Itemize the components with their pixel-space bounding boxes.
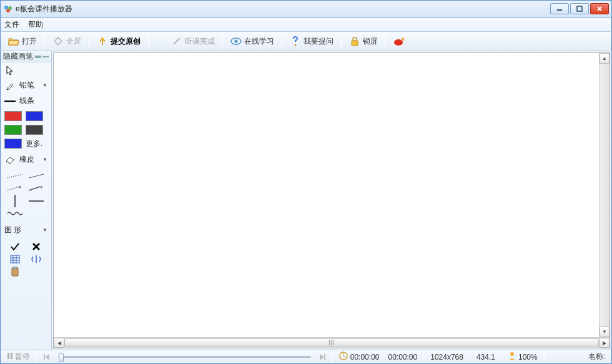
name-field: 名称:	[585, 352, 609, 362]
time-readout: 00:00:00 00:00:00	[335, 352, 421, 362]
swatch-black[interactable]	[26, 125, 43, 135]
flip-tool[interactable]	[26, 253, 47, 265]
online-learning-label: 在线学习	[244, 36, 274, 47]
ask-question-label: 我要提问	[304, 36, 333, 47]
upload-icon	[97, 36, 108, 47]
svg-point-30	[510, 352, 514, 356]
svg-rect-18	[11, 255, 19, 263]
lesson-done-button[interactable]: 听课完成	[167, 34, 219, 49]
total-time: 00:00:00	[388, 353, 417, 362]
pause-icon	[7, 352, 13, 362]
toolbar-separator	[89, 34, 89, 48]
canvas-row: ▲ ▼	[54, 53, 610, 337]
toolbar-separator	[222, 34, 223, 48]
pencil-tool[interactable]: 铅笔 ▼	[4, 80, 47, 91]
svg-rect-3	[557, 9, 562, 11]
line-arrow-dot[interactable]	[4, 182, 26, 195]
horizontal-scrollbar[interactable]: ◀ ▶	[54, 337, 610, 348]
resolution-value: 1024x768	[430, 353, 463, 362]
toolbar-separator	[44, 34, 45, 48]
playback-slider[interactable]	[54, 353, 315, 362]
menu-help[interactable]: 帮助	[28, 19, 43, 30]
svg-rect-26	[11, 353, 12, 359]
line-tool[interactable]: 线条	[4, 96, 47, 106]
swatch-blue2[interactable]	[4, 139, 22, 149]
ask-question-button[interactable]: 我要提问	[286, 34, 337, 49]
vscroll-track[interactable]	[600, 64, 610, 327]
pause-button[interactable]: 暂停	[3, 350, 34, 363]
chevron-down-icon: ▼	[42, 157, 47, 162]
scroll-down-icon[interactable]: ▼	[600, 327, 610, 337]
open-button[interactable]: 打开	[4, 34, 41, 49]
sidebar-header-label: 隐藏画笔	[3, 51, 33, 62]
weibo-button[interactable]	[390, 34, 408, 49]
menu-file[interactable]: 文件	[4, 19, 19, 30]
current-time: 00:00:00	[350, 353, 380, 362]
line-dotted[interactable]	[4, 170, 26, 182]
vertical-scrollbar[interactable]: ▲ ▼	[599, 53, 610, 337]
main-toolbar: 打开 全屏 提交原创 听课完成 在线学习 我要提问 锁屏	[0, 31, 612, 51]
lock-screen-label: 锁屏	[363, 36, 378, 47]
window-title: e板会课件播放器	[16, 4, 550, 14]
fullscreen-button[interactable]: 全屏	[49, 34, 85, 49]
lock-screen-button[interactable]: 锁屏	[345, 34, 382, 49]
hscroll-track[interactable]	[64, 338, 599, 348]
close-button[interactable]	[590, 3, 609, 14]
status-separator	[36, 352, 37, 363]
chevron-down-icon: ▼	[42, 227, 47, 233]
line-wave[interactable]	[4, 207, 26, 220]
lesson-done-label: 听课完成	[185, 36, 215, 47]
app-icon	[3, 4, 13, 14]
minimize-button[interactable]	[550, 3, 569, 14]
hscroll-thumb[interactable]	[64, 338, 599, 347]
zoom-readout: 100%	[505, 352, 541, 362]
weibo-icon	[393, 36, 405, 47]
sidebar-header[interactable]: 隐藏画笔	[1, 51, 51, 62]
status-separator	[470, 352, 470, 363]
scroll-right-icon[interactable]: ▶	[599, 338, 610, 348]
svg-point-7	[235, 40, 238, 43]
scroll-left-icon[interactable]: ◀	[54, 338, 64, 348]
name-label: 名称:	[588, 352, 605, 362]
line-icon	[4, 97, 16, 106]
swatch-green[interactable]	[4, 125, 22, 135]
online-learning-button[interactable]: 在线学习	[227, 34, 278, 49]
action-set	[4, 240, 48, 278]
maximize-button[interactable]	[570, 3, 589, 14]
sidebar-collapse-icon[interactable]	[35, 56, 49, 58]
next-button[interactable]	[315, 352, 330, 362]
shapes-tool[interactable]: 图 形 ▼	[4, 225, 47, 235]
line-arrow[interactable]	[26, 182, 47, 195]
clipboard-tool[interactable]	[4, 265, 26, 278]
svg-line-13	[29, 174, 44, 178]
svg-point-2	[6, 9, 10, 12]
swatch-red[interactable]	[4, 111, 22, 121]
svg-line-12	[7, 174, 22, 178]
slider-knob[interactable]	[59, 353, 64, 362]
submit-original-button[interactable]: 提交原创	[93, 34, 144, 49]
scroll-up-icon[interactable]: ▲	[600, 53, 610, 64]
canvas[interactable]	[54, 53, 599, 337]
coords-readout: 434,1	[473, 353, 499, 362]
line-horizontal[interactable]	[26, 195, 47, 207]
cancel-tool[interactable]	[26, 240, 47, 253]
folder-open-icon	[8, 36, 19, 47]
slider-rail[interactable]	[58, 356, 311, 358]
eraser-tool[interactable]: 橡皮 ▼	[4, 154, 47, 165]
status-separator	[501, 352, 502, 363]
line-vertical[interactable]	[4, 195, 26, 207]
swatch-blue[interactable]	[26, 111, 43, 121]
prev-button[interactable]	[39, 352, 54, 362]
line-thin[interactable]	[26, 170, 47, 182]
pointer-tool[interactable]	[4, 66, 47, 75]
window-controls	[550, 3, 609, 14]
wand-icon	[171, 36, 182, 47]
more-colors[interactable]: 更多.	[26, 139, 43, 149]
toolbar-separator	[282, 34, 282, 48]
grid-tool[interactable]	[4, 253, 26, 265]
status-bar: 暂停 00:00:00 00:00:00 1024x768 434,1 100%…	[0, 350, 612, 364]
fullscreen-label: 全屏	[66, 36, 81, 47]
main-content: 隐藏画笔 铅笔 ▼ 线条 更多.	[0, 51, 612, 350]
confirm-tool[interactable]	[4, 240, 26, 253]
status-separator	[332, 352, 333, 363]
